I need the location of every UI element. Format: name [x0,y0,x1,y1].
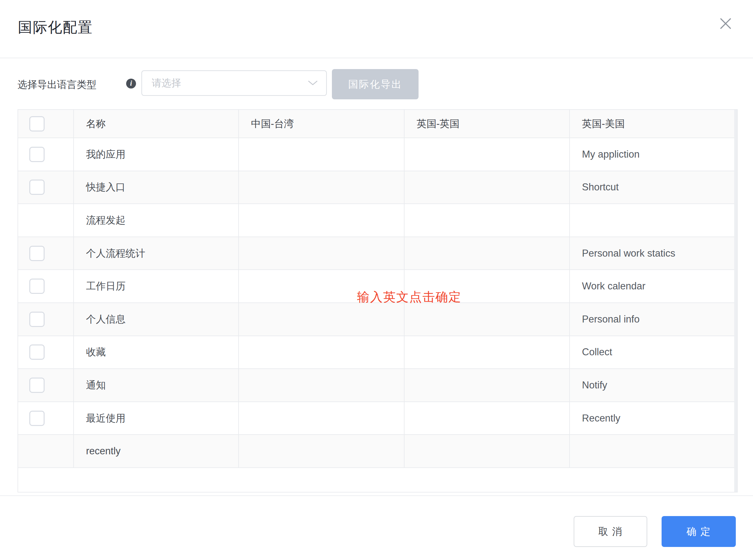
info-icon: i [126,79,136,88]
row-name-cell: 流程发起 [73,204,238,237]
row-en-us-cell[interactable] [569,204,737,237]
select-all-cell [18,110,73,138]
export-language-label: 选择导出语言类型 [18,78,97,92]
table-row: 通知 Notify [18,369,737,402]
row-zh-tw-cell[interactable] [238,336,404,369]
close-icon [719,17,732,30]
language-select[interactable]: 请选择 [141,71,327,96]
row-checkbox-cell [18,402,73,435]
row-en-gb-cell[interactable] [404,138,569,171]
row-zh-tw-cell[interactable] [238,204,404,237]
cancel-button[interactable]: 取 消 [574,516,647,547]
column-header-en-us: 英国-美国 [569,110,737,138]
row-zh-tw-cell[interactable] [238,237,404,269]
row-en-us-cell[interactable]: Notify [569,369,737,401]
footer-divider [0,495,753,496]
row-en-gb-cell[interactable] [404,435,569,467]
chevron-down-icon [308,80,318,86]
row-name-cell: 工作日历 [73,270,238,302]
row-zh-tw-cell[interactable] [238,435,404,467]
row-checkbox-cell [18,435,73,467]
row-checkbox[interactable] [29,378,44,393]
row-checkbox[interactable] [29,180,44,195]
row-checkbox[interactable] [29,312,44,327]
row-en-us-cell[interactable]: Collect [569,336,737,369]
table-row: 流程发起 [18,204,737,237]
row-en-us-cell[interactable]: Personal info [569,303,737,336]
table-row: 个人信息 Personal info [18,303,737,336]
row-en-gb-cell[interactable] [404,303,569,336]
language-select-placeholder: 请选择 [152,76,308,90]
row-zh-tw-cell[interactable] [238,369,404,401]
row-checkbox-cell [18,237,73,269]
column-header-en-gb: 英国-英国 [404,110,569,138]
row-checkbox[interactable] [29,246,44,261]
row-name-cell: recently [73,435,238,467]
row-en-gb-cell[interactable] [404,369,569,401]
annotation-text: 输入英文点击确定 [357,290,462,304]
table-footer-row [18,468,737,492]
table-row: 最近使用 Recently [18,402,737,435]
confirm-button[interactable]: 确 定 [661,516,736,547]
row-en-us-cell[interactable]: Personal work statics [569,237,737,269]
row-checkbox[interactable] [29,411,44,426]
row-name-cell: 通知 [73,369,238,401]
row-name-cell: 快捷入口 [73,171,238,204]
close-button[interactable] [716,14,735,33]
row-name-cell: 个人流程统计 [73,237,238,269]
row-zh-tw-cell[interactable] [238,171,404,204]
column-header-name: 名称 [73,110,238,138]
table-row: 个人流程统计 Personal work statics [18,237,737,270]
select-all-checkbox[interactable] [29,116,44,132]
page-title: 国际化配置 [18,19,93,36]
row-checkbox-cell [18,270,73,302]
row-en-us-cell[interactable]: Recently [569,402,737,435]
row-checkbox-cell [18,171,73,204]
row-checkbox-cell [18,369,73,401]
header-divider [0,58,753,58]
column-header-zh-tw: 中国-台湾 [238,110,404,138]
row-en-us-cell[interactable]: Shortcut [569,171,737,204]
row-zh-tw-cell[interactable] [238,402,404,435]
row-en-gb-cell[interactable] [404,237,569,269]
row-en-gb-cell[interactable] [404,204,569,237]
row-name-cell: 最近使用 [73,402,238,435]
row-checkbox-cell [18,303,73,336]
table-row: 收藏 Collect [18,336,737,369]
row-en-gb-cell[interactable] [404,171,569,204]
table-row: 我的应用 My appliction [18,138,737,171]
row-checkbox[interactable] [29,147,44,162]
row-checkbox[interactable] [29,344,44,360]
row-en-gb-cell[interactable] [404,402,569,435]
row-name-cell: 我的应用 [73,138,238,171]
row-checkbox-cell [18,204,73,237]
i18n-export-button[interactable]: 国际化导出 [332,69,419,99]
row-checkbox-cell [18,138,73,171]
row-name-cell: 个人信息 [73,303,238,336]
row-en-us-cell[interactable]: Work calendar [569,270,737,302]
table-header-row: 名称 中国-台湾 英国-英国 英国-美国 [18,110,737,138]
row-en-gb-cell[interactable] [404,336,569,369]
row-checkbox[interactable] [29,279,44,294]
row-zh-tw-cell[interactable] [238,303,404,336]
scrollbar-gutter [734,110,737,492]
row-name-cell: 收藏 [73,336,238,369]
table-row: recently [18,435,737,468]
table-row: 快捷入口 Shortcut [18,171,737,204]
row-zh-tw-cell[interactable] [238,138,404,171]
row-en-us-cell[interactable] [569,435,737,467]
row-en-us-cell[interactable]: My appliction [569,138,737,171]
row-checkbox-cell [18,336,73,369]
